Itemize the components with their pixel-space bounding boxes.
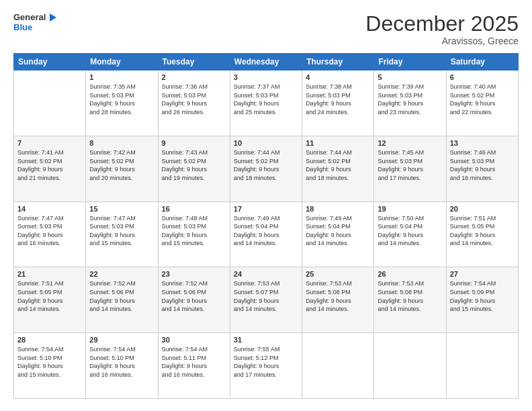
table-row: 8Sunrise: 7:42 AMSunset: 5:02 PMDaylight… [86, 136, 158, 201]
calendar-week-row: 1Sunrise: 7:35 AMSunset: 5:03 PMDaylight… [14, 71, 519, 136]
table-row: 25Sunrise: 7:53 AMSunset: 5:08 PMDayligh… [302, 267, 374, 333]
table-row: 30Sunrise: 7:54 AMSunset: 5:11 PMDayligh… [158, 333, 230, 399]
day-number: 15 [89, 205, 154, 213]
day-number: 24 [234, 270, 298, 278]
header-friday: Friday [374, 54, 446, 71]
day-number: 3 [234, 73, 298, 81]
table-row: 16Sunrise: 7:48 AMSunset: 5:03 PMDayligh… [158, 201, 230, 267]
day-info: Sunrise: 7:50 AMSunset: 5:04 PMDaylight:… [378, 214, 442, 248]
day-number: 25 [306, 270, 370, 278]
day-info: Sunrise: 7:40 AMSunset: 5:02 PMDaylight:… [450, 83, 515, 116]
logo-text-general: General [13, 13, 46, 22]
table-row [446, 333, 518, 399]
day-info: Sunrise: 7:54 AMSunset: 5:11 PMDaylight:… [162, 345, 226, 379]
table-row: 15Sunrise: 7:47 AMSunset: 5:03 PMDayligh… [86, 201, 158, 267]
day-number: 28 [17, 336, 82, 344]
day-info: Sunrise: 7:39 AMSunset: 5:03 PMDaylight:… [378, 83, 442, 116]
day-info: Sunrise: 7:52 AMSunset: 5:06 PMDaylight:… [162, 279, 226, 313]
day-number: 20 [450, 205, 515, 213]
day-number: 6 [450, 73, 515, 81]
day-info: Sunrise: 7:38 AMSunset: 5:03 PMDaylight:… [306, 83, 370, 116]
table-row: 28Sunrise: 7:54 AMSunset: 5:10 PMDayligh… [14, 333, 86, 399]
day-number: 26 [378, 270, 442, 278]
day-info: Sunrise: 7:53 AMSunset: 5:08 PMDaylight:… [378, 279, 442, 313]
day-number: 1 [89, 73, 154, 81]
day-number: 27 [450, 270, 515, 278]
day-number: 22 [89, 270, 154, 278]
day-number: 4 [306, 73, 370, 81]
calendar-week-row: 7Sunrise: 7:41 AMSunset: 5:02 PMDaylight… [14, 136, 519, 201]
day-number: 31 [234, 336, 298, 344]
table-row: 18Sunrise: 7:49 AMSunset: 5:04 PMDayligh… [302, 201, 374, 267]
calendar-header-row: Sunday Monday Tuesday Wednesday Thursday… [14, 54, 519, 71]
day-info: Sunrise: 7:51 AMSunset: 5:05 PMDaylight:… [450, 214, 515, 248]
day-info: Sunrise: 7:54 AMSunset: 5:09 PMDaylight:… [450, 279, 515, 313]
day-info: Sunrise: 7:54 AMSunset: 5:10 PMDaylight:… [17, 345, 82, 379]
day-number: 12 [378, 139, 442, 147]
day-number: 2 [162, 73, 226, 81]
day-number: 14 [17, 205, 82, 213]
table-row: 27Sunrise: 7:54 AMSunset: 5:09 PMDayligh… [446, 267, 518, 333]
day-number: 13 [450, 139, 515, 147]
day-info: Sunrise: 7:51 AMSunset: 5:05 PMDaylight:… [17, 279, 82, 313]
day-number: 29 [89, 336, 154, 344]
day-info: Sunrise: 7:46 AMSunset: 5:03 PMDaylight:… [450, 148, 515, 182]
table-row: 10Sunrise: 7:44 AMSunset: 5:02 PMDayligh… [230, 136, 302, 201]
table-row: 29Sunrise: 7:54 AMSunset: 5:10 PMDayligh… [86, 333, 158, 399]
table-row: 24Sunrise: 7:53 AMSunset: 5:07 PMDayligh… [230, 267, 302, 333]
page: General Blue December 2025 Aravissos, Gr… [0, 0, 532, 411]
day-number: 23 [162, 270, 226, 278]
title-block: December 2025 Aravissos, Greece [365, 12, 519, 46]
table-row: 1Sunrise: 7:35 AMSunset: 5:03 PMDaylight… [86, 71, 158, 136]
table-row [374, 333, 446, 399]
table-row: 5Sunrise: 7:39 AMSunset: 5:03 PMDaylight… [374, 71, 446, 136]
day-info: Sunrise: 7:44 AMSunset: 5:02 PMDaylight:… [234, 148, 298, 182]
table-row: 3Sunrise: 7:37 AMSunset: 5:03 PMDaylight… [230, 71, 302, 136]
subtitle: Aravissos, Greece [365, 36, 519, 46]
day-number: 18 [306, 205, 370, 213]
table-row: 21Sunrise: 7:51 AMSunset: 5:05 PMDayligh… [14, 267, 86, 333]
logo-graphic: General Blue [13, 12, 58, 32]
logo-text-blue: Blue [13, 23, 32, 32]
header-sunday: Sunday [14, 54, 86, 71]
day-info: Sunrise: 7:35 AMSunset: 5:03 PMDaylight:… [89, 83, 154, 116]
table-row: 4Sunrise: 7:38 AMSunset: 5:03 PMDaylight… [302, 71, 374, 136]
logo-arrow-icon [47, 12, 58, 23]
day-info: Sunrise: 7:53 AMSunset: 5:08 PMDaylight:… [306, 279, 370, 313]
calendar-week-row: 28Sunrise: 7:54 AMSunset: 5:10 PMDayligh… [14, 333, 519, 399]
table-row: 14Sunrise: 7:47 AMSunset: 5:03 PMDayligh… [14, 201, 86, 267]
table-row: 31Sunrise: 7:55 AMSunset: 5:12 PMDayligh… [230, 333, 302, 399]
day-number: 30 [162, 336, 226, 344]
header-saturday: Saturday [446, 54, 518, 71]
table-row: 20Sunrise: 7:51 AMSunset: 5:05 PMDayligh… [446, 201, 518, 267]
day-info: Sunrise: 7:36 AMSunset: 5:03 PMDaylight:… [162, 83, 226, 116]
day-number: 10 [234, 139, 298, 147]
table-row: 7Sunrise: 7:41 AMSunset: 5:02 PMDaylight… [14, 136, 86, 201]
day-number: 5 [378, 73, 442, 81]
day-info: Sunrise: 7:52 AMSunset: 5:06 PMDaylight:… [89, 279, 154, 313]
table-row: 2Sunrise: 7:36 AMSunset: 5:03 PMDaylight… [158, 71, 230, 136]
header-thursday: Thursday [302, 54, 374, 71]
day-info: Sunrise: 7:55 AMSunset: 5:12 PMDaylight:… [234, 345, 298, 379]
table-row: 17Sunrise: 7:49 AMSunset: 5:04 PMDayligh… [230, 201, 302, 267]
day-info: Sunrise: 7:47 AMSunset: 5:03 PMDaylight:… [89, 214, 154, 248]
day-info: Sunrise: 7:44 AMSunset: 5:02 PMDaylight:… [306, 148, 370, 182]
day-info: Sunrise: 7:42 AMSunset: 5:02 PMDaylight:… [89, 148, 154, 182]
day-info: Sunrise: 7:37 AMSunset: 5:03 PMDaylight:… [234, 83, 298, 116]
table-row [14, 71, 86, 136]
table-row: 6Sunrise: 7:40 AMSunset: 5:02 PMDaylight… [446, 71, 518, 136]
table-row [302, 333, 374, 399]
day-info: Sunrise: 7:49 AMSunset: 5:04 PMDaylight:… [306, 214, 370, 248]
table-row: 11Sunrise: 7:44 AMSunset: 5:02 PMDayligh… [302, 136, 374, 201]
header-tuesday: Tuesday [158, 54, 230, 71]
day-info: Sunrise: 7:48 AMSunset: 5:03 PMDaylight:… [162, 214, 226, 248]
day-info: Sunrise: 7:43 AMSunset: 5:02 PMDaylight:… [162, 148, 226, 182]
day-number: 11 [306, 139, 370, 147]
table-row: 26Sunrise: 7:53 AMSunset: 5:08 PMDayligh… [374, 267, 446, 333]
day-info: Sunrise: 7:49 AMSunset: 5:04 PMDaylight:… [234, 214, 298, 248]
calendar-week-row: 14Sunrise: 7:47 AMSunset: 5:03 PMDayligh… [14, 201, 519, 267]
svg-marker-0 [50, 13, 56, 21]
table-row: 19Sunrise: 7:50 AMSunset: 5:04 PMDayligh… [374, 201, 446, 267]
month-title: December 2025 [365, 12, 519, 36]
day-number: 17 [234, 205, 298, 213]
